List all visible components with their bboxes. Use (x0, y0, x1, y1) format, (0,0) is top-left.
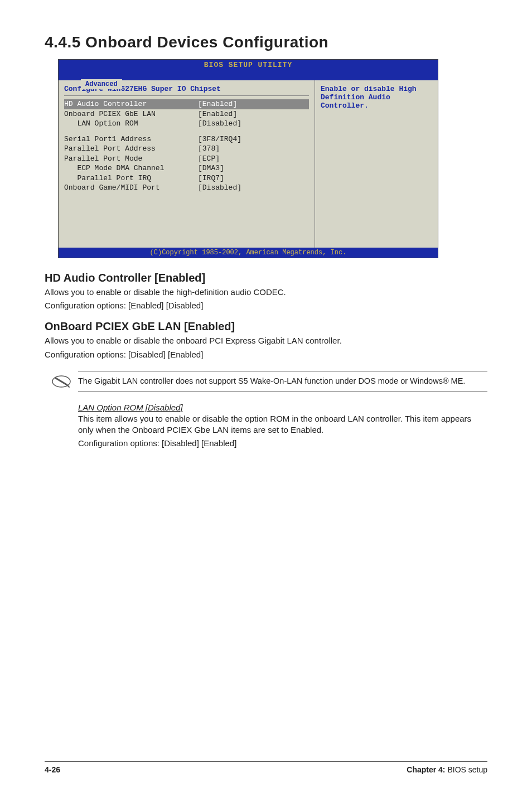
bios-tab-advanced: Advanced (81, 79, 122, 89)
bios-row-value: [DMA3] (198, 163, 309, 173)
bios-row-label: Onboard Game/MIDI Port (64, 183, 198, 193)
bios-row-value: [IRQ7] (198, 173, 309, 183)
bios-row: Onboard Game/MIDI Port [Disabled] (64, 183, 309, 193)
chapter-ref: Chapter 4: BIOS setup (407, 765, 487, 774)
bios-copyright: (C)Copyright 1985-2002, American Megatre… (59, 248, 438, 258)
body-text: Configuration options: [Enabled] [Disabl… (45, 300, 487, 311)
bios-row: Onboard PCIEX GbE LAN [Enabled] (64, 109, 309, 119)
body-text: Allows you to enable or disable the high… (45, 287, 487, 298)
note-icon (45, 370, 78, 393)
bios-row: HD Audio Controller [Enabled] (64, 99, 309, 109)
bios-row: Parallel Port IRQ [IRQ7] (64, 173, 309, 183)
bios-row-label: LAN Option ROM (64, 119, 198, 129)
bios-row-label: Parallel Port Mode (64, 154, 198, 164)
bios-row-value: [Disabled] (198, 119, 309, 129)
bios-row-value: [Enabled] (198, 109, 309, 119)
bios-title: BIOS SETUP UTILITY (59, 60, 438, 70)
bios-row: Parallel Port Mode [ECP] (64, 154, 309, 164)
option-title: LAN Option ROM [Disabled] (78, 403, 487, 412)
option-block: LAN Option ROM [Disabled] This item allo… (78, 403, 487, 450)
bios-row: LAN Option ROM [Disabled] (64, 119, 309, 129)
bios-row-label: HD Audio Controller (64, 99, 198, 109)
bios-row: Serial Port1 Address [3F8/IRQ4] (64, 134, 309, 144)
bios-row-value: [Disabled] (198, 183, 309, 193)
page-number: 4-26 (45, 765, 60, 774)
chapter-text: BIOS setup (447, 765, 487, 774)
bios-left-panel: Configure Win627EHG Super IO Chipset HD … (59, 80, 315, 248)
body-text: Configuration options: [Disabled] [Enabl… (78, 438, 487, 449)
note-text: The Gigabit LAN controller does not supp… (78, 371, 487, 392)
body-text: Allows you to enable or disable the onbo… (45, 335, 487, 346)
page-footer: 4-26 Chapter 4: BIOS setup (45, 761, 487, 774)
bios-row-label: Parallel Port IRQ (64, 173, 198, 183)
subsection-title: OnBoard PCIEX GbE LAN [Enabled] (45, 320, 487, 333)
bios-tabbar: Advanced (59, 70, 438, 80)
bios-row: Parallel Port Address [378] (64, 144, 309, 154)
bios-row-label: Parallel Port Address (64, 144, 198, 154)
note-block: The Gigabit LAN controller does not supp… (45, 370, 487, 393)
bios-row: ECP Mode DMA Channel [DMA3] (64, 163, 309, 173)
bios-screenshot: BIOS SETUP UTILITY Advanced Configure Wi… (58, 59, 438, 258)
body-text: Configuration options: [Disabled] [Enabl… (45, 349, 487, 360)
bios-row-label: Serial Port1 Address (64, 134, 198, 144)
bios-row-value: [Enabled] (198, 99, 309, 109)
bios-row-label: ECP Mode DMA Channel (64, 163, 198, 173)
bios-help-panel: Enable or disable High Definition Audio … (315, 80, 438, 248)
chapter-label: Chapter 4: (407, 765, 447, 774)
section-heading: 4.4.5 Onboard Devices Configuration (45, 33, 487, 51)
body-text: This item allows you to enable or disabl… (78, 413, 487, 436)
bios-row-value: [ECP] (198, 154, 309, 164)
bios-row-value: [378] (198, 144, 309, 154)
bios-row-value: [3F8/IRQ4] (198, 134, 309, 144)
bios-row-label: Onboard PCIEX GbE LAN (64, 109, 198, 119)
subsection-title: HD Audio Controller [Enabled] (45, 272, 487, 284)
